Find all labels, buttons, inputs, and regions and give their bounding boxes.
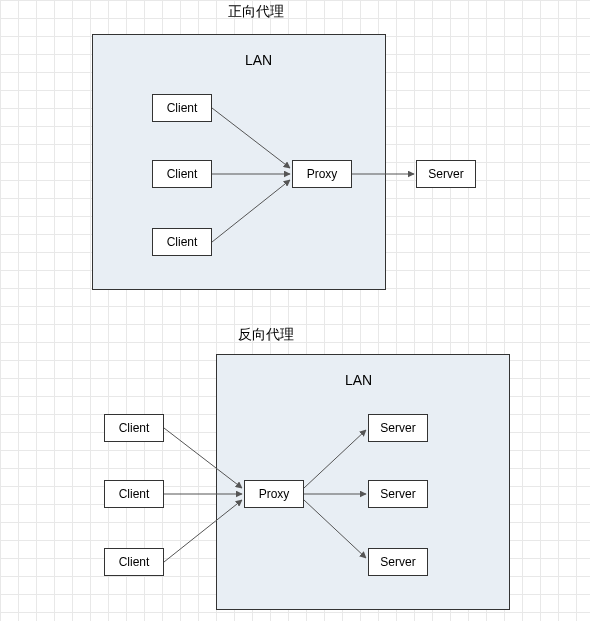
diagram1-client-2: Client bbox=[152, 160, 212, 188]
diagram1-server: Server bbox=[416, 160, 476, 188]
diagram1-client-1: Client bbox=[152, 94, 212, 122]
diagram2-title: 反向代理 bbox=[238, 326, 294, 344]
diagram2-client-1: Client bbox=[104, 414, 164, 442]
diagram2-server-3: Server bbox=[368, 548, 428, 576]
diagram2-lan-label: LAN bbox=[345, 372, 372, 388]
diagram1-title: 正向代理 bbox=[228, 3, 284, 21]
diagram2-server-2: Server bbox=[368, 480, 428, 508]
diagram2-server-1: Server bbox=[368, 414, 428, 442]
diagram2-proxy: Proxy bbox=[244, 480, 304, 508]
diagram1-lan-label: LAN bbox=[245, 52, 272, 68]
diagram2-client-2: Client bbox=[104, 480, 164, 508]
diagram1-proxy: Proxy bbox=[292, 160, 352, 188]
diagram2-client-3: Client bbox=[104, 548, 164, 576]
diagram1-client-3: Client bbox=[152, 228, 212, 256]
